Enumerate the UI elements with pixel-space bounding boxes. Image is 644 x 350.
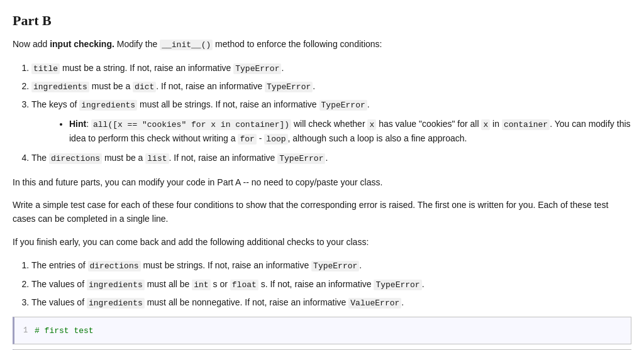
para-3: If you finish early, you can come back a… — [13, 235, 631, 249]
typeerror-1: TypeError — [233, 63, 281, 74]
valueerror-1: ValueError — [348, 298, 401, 309]
intro-rest: Modify the — [114, 39, 160, 49]
ingredients-code-2: ingredients — [79, 100, 137, 111]
directions-code-2: directions — [88, 261, 141, 271]
init-method: __init__() — [160, 40, 213, 50]
hint-label-bold: Hint — [69, 119, 86, 129]
ingredients-code-3: ingredients — [87, 280, 145, 290]
typeerror-3: TypeError — [319, 100, 367, 111]
editor-1-comment[interactable]: # first test — [35, 326, 94, 336]
additional-2: The values of ingredients must all be in… — [31, 276, 631, 292]
list-code: list — [145, 153, 169, 164]
intro-paragraph: Now add input checking. Modify the __ini… — [13, 38, 631, 52]
intro-end: method to enforce the following conditio… — [213, 39, 382, 49]
typeerror-6: TypeError — [374, 280, 421, 290]
dict-code: dict — [133, 82, 156, 92]
title-code: title — [31, 63, 60, 74]
line-number-1: 1 — [23, 326, 28, 335]
typeerror-2: TypeError — [265, 82, 313, 92]
code-editor-1[interactable]: 1 # first test — [13, 317, 631, 344]
int-code: int — [192, 280, 210, 290]
condition-3: The keys of ingredients must all be stri… — [31, 97, 631, 146]
hint-label: Hint: all([x == "cookies" for x in conta… — [69, 119, 631, 144]
hint-block: Hint: all([x == "cookies" for x in conta… — [63, 117, 631, 147]
para-1: In this and future parts, you can modify… — [13, 175, 631, 189]
condition-4: The directions must be a list. If not, r… — [31, 150, 631, 166]
main-conditions-list: title must be a string. If not, raise an… — [31, 60, 631, 167]
hint-for: for — [238, 134, 256, 145]
typeerror-5: TypeError — [311, 261, 359, 271]
page-container: Part B Now add input checking. Modify th… — [0, 0, 644, 350]
additional-1: The entries of directions must be string… — [31, 258, 631, 273]
condition-1: title must be a string. If not, raise an… — [31, 60, 631, 76]
hint-code: all([x == "cookies" for x in container]) — [91, 119, 291, 130]
intro-text: Now add — [13, 39, 50, 49]
hint-item: Hint: all([x == "cookies" for x in conta… — [69, 117, 631, 147]
hint-x-1: x — [367, 119, 376, 130]
float-code: float — [230, 280, 258, 290]
intro-bold: input checking. — [50, 39, 114, 49]
additional-3: The values of ingredients must all be no… — [31, 295, 631, 310]
directions-code-1: directions — [49, 153, 102, 164]
ingredients-code-1: ingredients — [31, 82, 89, 92]
typeerror-4: TypeError — [277, 153, 325, 164]
para-2: Write a simple test case for each of the… — [13, 198, 631, 226]
additional-list: The entries of directions must be string… — [31, 258, 631, 310]
condition-2: ingredients must be a dict. If not, rais… — [31, 79, 631, 94]
hint-container: container — [502, 119, 550, 130]
hint-loop: loop — [264, 134, 287, 145]
part-title: Part B — [13, 13, 631, 29]
hint-x-2: x — [481, 119, 490, 130]
ingredients-code-4: ingredients — [87, 298, 145, 309]
